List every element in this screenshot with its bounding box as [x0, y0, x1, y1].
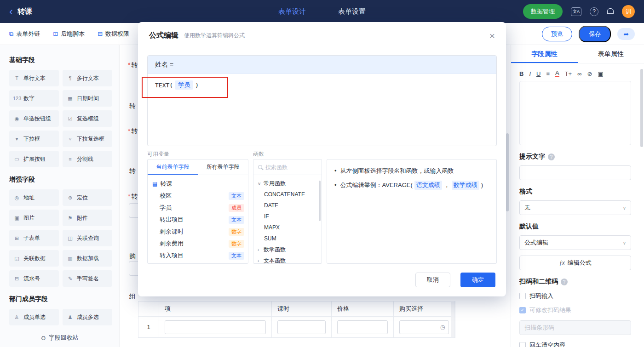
function-group-common[interactable]: ∨ 常用函数 [253, 178, 322, 189]
formula-input-area[interactable]: TEXT( 学员 ) [148, 74, 496, 96]
variable-field-row[interactable]: 校区文本 [148, 190, 248, 202]
palette-item-linked-query[interactable]: ◫关联查询 [63, 230, 112, 246]
cancel-button[interactable]: 取消 [415, 273, 450, 287]
palette-item-attachment[interactable]: ⚑附件 [63, 210, 112, 226]
tab-form-design[interactable]: 表单设计 [278, 7, 306, 16]
subform-input-hours[interactable] [277, 320, 326, 334]
function-item-date[interactable]: DATE [253, 200, 322, 211]
edit-formula-button[interactable]: ƒx 编辑公式 [519, 256, 631, 270]
palette-item-subform[interactable]: ⊞子表单 [9, 230, 59, 246]
palette-item-multi-dropdown[interactable]: ▿下拉复选框 [63, 131, 112, 147]
toolbar-item-backend-script[interactable]: ⊡ 后端脚本 [53, 30, 85, 38]
font-color-icon[interactable]: A [555, 70, 559, 77]
close-icon[interactable]: × [489, 31, 495, 40]
field-recycle-bin[interactable]: ♻ 字段回收站 [0, 329, 119, 347]
chevron-down-icon: ∨ [623, 205, 626, 210]
scan-editable-checkbox[interactable] [519, 307, 526, 313]
function-search-input[interactable] [265, 164, 311, 171]
translate-icon[interactable]: 文A [571, 7, 581, 16]
data-manage-button[interactable]: 数据管理 [523, 4, 563, 19]
form-field-label-stub: *转 [128, 193, 138, 201]
function-group-math[interactable]: › 数学函数 [253, 244, 322, 255]
field-label: 转 [131, 127, 138, 135]
subform-input-price[interactable] [337, 320, 388, 334]
formula-variable-chip[interactable]: 学员 [175, 80, 193, 90]
tab-field-properties[interactable]: 字段属性 [511, 45, 578, 63]
palette-item-multi-line-text[interactable]: ¶多行文本 [63, 70, 112, 86]
table-scrollbar[interactable] [451, 302, 454, 337]
save-button[interactable]: 保存 [579, 26, 611, 42]
share-button[interactable]: ➦ [617, 28, 635, 40]
palette-item-signature[interactable]: ✎手写签名 [63, 270, 112, 287]
palette-item-datetime[interactable]: ▦日期时间 [63, 90, 112, 107]
scan-editable-checkbox-row[interactable]: 可修改扫码结果 [519, 306, 631, 314]
help-icon[interactable]: ? [590, 7, 598, 16]
palette-item-extend-button[interactable]: ▭扩展按钮 [9, 151, 59, 167]
enter-clear-checkbox-row[interactable]: 回车清空内容 [519, 341, 631, 347]
palette-item-location[interactable]: ⊕定位 [63, 189, 112, 206]
format-select[interactable]: 无 ∨ [519, 200, 631, 215]
align-icon[interactable]: ≡ [546, 70, 550, 77]
unlink-icon[interactable]: ⊘ [587, 70, 592, 77]
tab-form-settings[interactable]: 表单设置 [338, 7, 366, 16]
underline-icon[interactable]: U [536, 70, 540, 77]
variable-field-row[interactable]: 转入项目文本 [148, 250, 248, 262]
palette-item-dropdown[interactable]: ▾下拉框 [9, 131, 59, 147]
tab-all-form-fields[interactable]: 所有表单字段 [198, 159, 248, 175]
bold-icon[interactable]: B [519, 70, 523, 77]
palette-item-single-line-text[interactable]: T单行文本 [9, 70, 59, 86]
subform-input-purchase[interactable]: ◷ [399, 320, 449, 334]
tab-current-form-fields[interactable]: 当前表单字段 [148, 159, 198, 175]
variable-field-row[interactable]: 学员成员 [148, 202, 248, 214]
function-item-concatenate[interactable]: CONCATENATE [253, 189, 322, 200]
scan-input-checkbox-row[interactable]: 扫码输入 [519, 292, 631, 300]
help-icon[interactable]: ? [561, 279, 568, 285]
tab-form-properties[interactable]: 表单属性 [578, 45, 644, 63]
avatar[interactable]: 训 [622, 5, 635, 18]
palette-item-radio-group[interactable]: ◉单选按钮组 [9, 110, 59, 127]
subform-input-item[interactable] [165, 320, 266, 334]
signature-icon: ✎ [66, 276, 74, 282]
palette-item-image[interactable]: ▣图片 [9, 210, 59, 226]
preview-button[interactable]: 预览 [542, 27, 572, 41]
member-multi-icon: ♟ [66, 314, 74, 320]
function-group-text[interactable]: › 文本函数 [253, 255, 322, 264]
insert-image-icon[interactable]: ▣ [598, 70, 603, 77]
variable-field-row[interactable]: 剩余费用数字 [148, 238, 248, 250]
notification-bell-icon[interactable] [607, 8, 614, 15]
function-item-sum[interactable]: SUM [253, 233, 322, 244]
help-icon[interactable]: ? [548, 154, 555, 160]
field-title-editor[interactable] [519, 81, 631, 145]
palette-item-member-multi[interactable]: ♟成员多选 [63, 309, 112, 325]
field-type-tag: 成员 [229, 204, 244, 212]
palette-item-checkbox-group[interactable]: ☑复选框组 [63, 110, 112, 127]
font-size-icon[interactable]: T+ [565, 70, 572, 77]
function-item-mapx[interactable]: MAPX [253, 222, 322, 233]
variables-form-node[interactable]: ▤ 转课 [148, 178, 248, 190]
link-icon[interactable]: ∞ [577, 70, 581, 77]
scan-input-checkbox[interactable] [519, 293, 526, 299]
subform-icon: ⊞ [13, 235, 21, 241]
properties-scrollbar[interactable] [640, 69, 643, 147]
palette-item-data-load[interactable]: ▥数据加载 [63, 250, 112, 267]
variable-field-row[interactable]: 剩余课时数字 [148, 226, 248, 238]
modal-subtitle: 使用数学运算符编辑公式 [184, 32, 245, 40]
palette-item-serial-number[interactable]: ⊟流水号 [9, 270, 59, 287]
toolbar-item-data-permission[interactable]: ⊟ 数据权限 [98, 30, 129, 38]
default-value-select[interactable]: 公式编辑 ∨ [519, 235, 631, 250]
functions-scrollbar[interactable] [319, 181, 321, 221]
palette-item-linked-data[interactable]: ◱关联数据 [9, 250, 59, 267]
variable-field-row[interactable]: 转出项目文本 [148, 214, 248, 226]
formula-prefix: TEXT( [155, 82, 173, 89]
palette-item-address[interactable]: ◎地址 [9, 189, 59, 206]
palette-item-member-single[interactable]: ♙成员单选 [9, 309, 59, 325]
canvas-scrollbar[interactable] [506, 133, 509, 211]
confirm-button[interactable]: 确定 [460, 273, 495, 287]
hint-input[interactable] [519, 165, 631, 180]
palette-item-divider[interactable]: ≡分割线 [63, 151, 112, 167]
toolbar-item-external-link[interactable]: ⧉ 表单外链 [9, 30, 40, 38]
function-item-if[interactable]: IF [253, 211, 322, 222]
italic-icon[interactable]: I [529, 70, 531, 77]
palette-item-number[interactable]: 123数字 [9, 90, 59, 107]
enter-clear-checkbox[interactable] [519, 342, 526, 347]
